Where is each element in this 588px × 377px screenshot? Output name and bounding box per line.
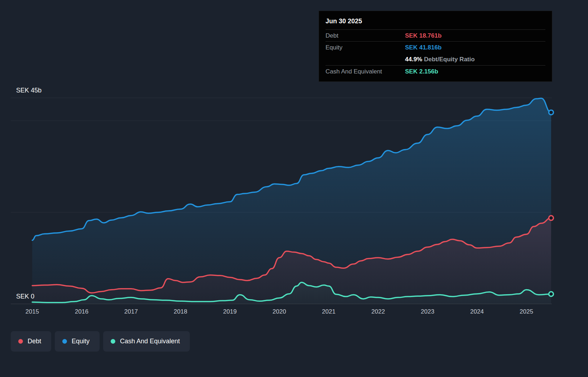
chart-tooltip: Jun 30 2025 Debt SEK 18.761b Equity SEK … (319, 11, 552, 82)
tooltip-ratio-value: 44.9% (405, 56, 422, 63)
legend-item-equity[interactable]: Equity (55, 331, 100, 352)
tooltip-ratio: 44.9% Debt/Equity Ratio (405, 53, 475, 65)
x-axis-tick-label: 2016 (75, 308, 88, 315)
tooltip-debt-value: SEK 18.761b (405, 30, 442, 42)
x-axis-tick-label: 2018 (174, 308, 187, 315)
debt-legend-dot-icon (18, 339, 23, 344)
x-axis-tick-label: 2024 (470, 308, 484, 315)
cash-legend-dot-icon (111, 339, 115, 344)
cash-and-equivalent-end-marker[interactable] (549, 292, 554, 296)
tooltip-cash-label: Cash And Equivalent (326, 68, 382, 75)
legend-label: Debt (28, 338, 41, 345)
tooltip-row-ratio: 44.9% Debt/Equity Ratio (326, 53, 545, 65)
tooltip-equity-label: Equity (326, 44, 342, 51)
equity-legend-dot-icon (62, 339, 67, 344)
x-axis-tick-label: 2019 (223, 308, 237, 315)
legend-label: Cash And Equivalent (120, 338, 180, 345)
x-axis-tick-label: 2015 (25, 308, 39, 315)
x-axis-tick-label: 2021 (322, 308, 336, 315)
y-axis-label: SEK 45b (16, 87, 42, 94)
y-axis-label: SEK 0 (16, 293, 34, 300)
tooltip-ratio-label: Debt/Equity Ratio (424, 56, 475, 63)
x-axis-tick-label: 2017 (124, 308, 138, 315)
tooltip-row-debt: Debt SEK 18.761b (326, 30, 545, 42)
tooltip-date: Jun 30 2025 (326, 15, 545, 30)
tooltip-cash-value: SEK 2.156b (405, 66, 438, 77)
x-axis-tick-label: 2022 (371, 308, 385, 315)
tooltip-debt-label: Debt (326, 32, 338, 39)
legend-item-cash-and-equivalent[interactable]: Cash And Equivalent (103, 331, 190, 352)
x-axis-tick-label: 2023 (421, 308, 434, 315)
legend-item-debt[interactable]: Debt (11, 331, 51, 352)
tooltip-row-cash: Cash And Equivalent SEK 2.156b (326, 65, 545, 77)
debt-end-marker[interactable] (549, 216, 554, 220)
equity-end-marker[interactable] (549, 110, 554, 115)
x-axis-tick-label: 2025 (520, 308, 533, 315)
x-axis-tick-label: 2020 (273, 308, 286, 315)
x-axis: 2015201620172018201920202021202220232024… (0, 308, 588, 318)
tooltip-equity-value: SEK 41.816b (405, 42, 442, 53)
chart-legend: DebtEquityCash And Equivalent (11, 331, 190, 352)
tooltip-row-equity: Equity SEK 41.816b (326, 42, 545, 53)
legend-label: Equity (72, 338, 90, 345)
